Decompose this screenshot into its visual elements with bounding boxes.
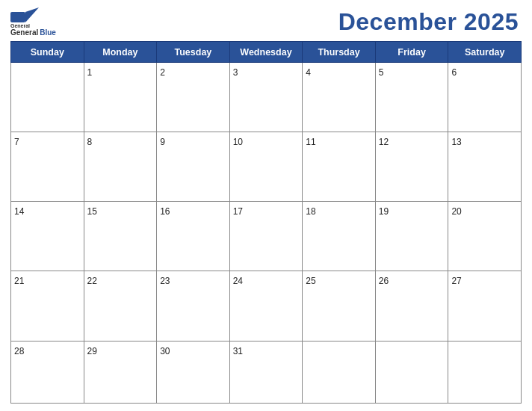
calendar-cell: 30	[157, 341, 230, 403]
calendar-cell: 11	[303, 132, 376, 202]
day-number: 8	[87, 137, 93, 147]
calendar-cell: 23	[157, 271, 230, 341]
calendar-cell: 1	[84, 63, 157, 132]
calendar-cell: 5	[375, 63, 448, 132]
day-number: 16	[160, 206, 170, 217]
calendar-cell: 15	[84, 202, 157, 271]
day-number: 29	[87, 346, 97, 356]
logo-general: General	[10, 28, 38, 37]
calendar-cell: 31	[229, 341, 303, 403]
day-number: 1	[87, 67, 93, 78]
calendar-cell: 20	[448, 202, 522, 271]
day-number: 14	[14, 206, 24, 217]
day-number: 20	[451, 206, 461, 217]
calendar-cell: 9	[157, 132, 230, 202]
day-number: 11	[306, 137, 315, 147]
day-number: 4	[306, 67, 311, 78]
day-number: 28	[14, 346, 24, 356]
day-number: 18	[306, 206, 315, 217]
day-number: 22	[87, 276, 97, 286]
calendar-header-row: Sunday Monday Tuesday Wednesday Thursday…	[11, 42, 522, 63]
calendar-cell: 24	[229, 271, 303, 341]
svg-marker-1	[25, 7, 39, 22]
svg-text:General: General	[10, 23, 30, 28]
calendar-cell: 21	[11, 271, 84, 341]
svg-rect-0	[10, 12, 25, 22]
calendar-cell: 27	[448, 271, 522, 341]
col-monday: Monday	[84, 42, 157, 63]
day-number: 6	[451, 67, 457, 78]
day-number: 31	[233, 346, 243, 356]
calendar-cell: 19	[375, 202, 448, 271]
day-number: 17	[233, 206, 243, 217]
calendar-cell: 16	[157, 202, 230, 271]
month-title: December 2025	[56, 8, 522, 36]
day-number: 13	[451, 137, 461, 147]
day-number: 25	[306, 276, 315, 286]
calendar-cell: 13	[448, 132, 522, 202]
day-number: 15	[87, 206, 97, 217]
calendar-cell: 26	[375, 271, 448, 341]
calendar-week-row: 21222324252627	[11, 271, 522, 341]
day-number: 27	[451, 276, 461, 286]
col-tuesday: Tuesday	[157, 42, 230, 63]
calendar-cell: 29	[84, 341, 157, 403]
logo: General General Blue	[10, 7, 56, 37]
calendar-week-row: 28293031	[11, 341, 522, 403]
logo-icon: General	[10, 7, 39, 28]
calendar-cell: 6	[448, 63, 522, 132]
col-sunday: Sunday	[11, 42, 84, 63]
day-number: 12	[379, 137, 389, 147]
col-thursday: Thursday	[303, 42, 376, 63]
day-number: 26	[379, 276, 389, 286]
day-number: 9	[160, 137, 165, 147]
calendar-header: General General Blue December 2025	[10, 7, 522, 37]
calendar-cell: 18	[303, 202, 376, 271]
day-number: 30	[160, 346, 170, 356]
day-number: 2	[160, 67, 165, 78]
col-wednesday: Wednesday	[229, 42, 303, 63]
calendar-table: Sunday Monday Tuesday Wednesday Thursday…	[10, 41, 522, 404]
calendar-cell	[303, 341, 376, 403]
calendar-cell: 14	[11, 202, 84, 271]
day-number: 7	[14, 137, 19, 147]
calendar-cell: 2	[157, 63, 230, 132]
calendar-cell	[448, 341, 522, 403]
day-number: 5	[379, 67, 384, 78]
calendar-week-row: 123456	[11, 63, 522, 132]
day-number: 23	[160, 276, 170, 286]
day-number: 19	[379, 206, 389, 217]
col-friday: Friday	[375, 42, 448, 63]
day-number: 3	[233, 67, 238, 78]
calendar-week-row: 78910111213	[11, 132, 522, 202]
calendar-cell: 8	[84, 132, 157, 202]
day-number: 21	[14, 276, 24, 286]
logo-blue: Blue	[40, 28, 56, 37]
calendar-cell: 3	[229, 63, 303, 132]
calendar-cell: 28	[11, 341, 84, 403]
calendar-cell: 25	[303, 271, 376, 341]
calendar-page: General General Blue December 2025 Sunda…	[0, 0, 532, 411]
calendar-cell: 4	[303, 63, 376, 132]
calendar-cell	[11, 63, 84, 132]
day-number: 24	[233, 276, 243, 286]
calendar-cell: 7	[11, 132, 84, 202]
calendar-cell: 17	[229, 202, 303, 271]
calendar-cell	[375, 341, 448, 403]
calendar-cell: 10	[229, 132, 303, 202]
calendar-cell: 12	[375, 132, 448, 202]
calendar-week-row: 14151617181920	[11, 202, 522, 271]
day-number: 10	[233, 137, 243, 147]
col-saturday: Saturday	[448, 42, 522, 63]
calendar-cell: 22	[84, 271, 157, 341]
